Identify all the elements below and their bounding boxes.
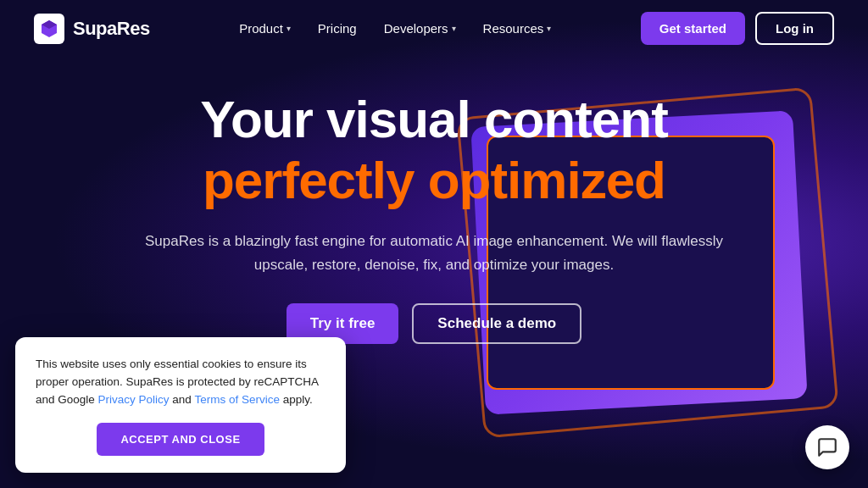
logo-text: SupaRes: [73, 18, 150, 40]
nav-links: Product ▾ Pricing Developers ▾ Resources…: [227, 14, 563, 42]
login-button[interactable]: Log in: [755, 12, 834, 45]
logo-icon: [34, 14, 64, 44]
get-started-button[interactable]: Get started: [641, 12, 745, 45]
schedule-demo-button[interactable]: Schedule a demo: [412, 303, 581, 344]
cookie-text: This website uses only essential cookies…: [36, 356, 326, 409]
hero-section: Your visual content perfectly optimized …: [0, 57, 868, 344]
nav-pricing[interactable]: Pricing: [306, 14, 369, 42]
cookie-banner: This website uses only essential cookies…: [15, 337, 346, 473]
chat-icon: [816, 436, 838, 458]
logo[interactable]: SupaRes: [34, 14, 150, 44]
hero-subtitle: SupaRes is a blazingly fast engine for a…: [129, 230, 739, 275]
hero-title-line2: perfectly optimized: [34, 152, 834, 209]
hero-title: Your visual content perfectly optimized: [34, 91, 834, 209]
terms-of-service-link[interactable]: Terms of Service: [194, 393, 280, 406]
nav-buttons: Get started Log in: [641, 12, 834, 45]
chevron-down-icon-3: ▾: [547, 24, 551, 33]
chevron-down-icon: ▾: [287, 24, 291, 33]
nav-product[interactable]: Product ▾: [227, 14, 303, 42]
accept-and-close-button[interactable]: ACCEPT AND CLOSE: [97, 423, 264, 456]
nav-developers[interactable]: Developers ▾: [372, 14, 468, 42]
chevron-down-icon-2: ▾: [452, 24, 456, 33]
nav-resources[interactable]: Resources ▾: [471, 14, 564, 42]
hero-title-line1: Your visual content: [200, 90, 668, 148]
privacy-policy-link[interactable]: Privacy Policy: [98, 393, 170, 406]
chat-button[interactable]: [805, 425, 849, 469]
navbar: SupaRes Product ▾ Pricing Developers ▾ R…: [0, 0, 868, 57]
